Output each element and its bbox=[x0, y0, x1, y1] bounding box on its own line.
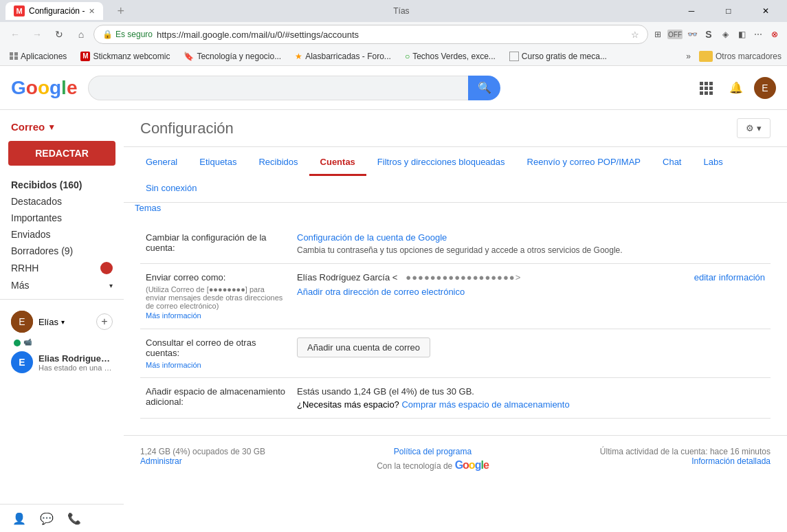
bookmark-curso-icon bbox=[509, 52, 519, 61]
avatar-photo: E bbox=[11, 311, 33, 333]
administrar-link[interactable]: Administrar bbox=[140, 456, 182, 466]
reload-btn[interactable]: ↻ bbox=[49, 25, 69, 44]
search-input[interactable] bbox=[88, 76, 467, 100]
close-tab-btn[interactable]: ✕ bbox=[89, 7, 95, 16]
toolbar-icon-2[interactable]: 👓 bbox=[685, 27, 699, 41]
add-account-btn[interactable]: + bbox=[96, 313, 113, 330]
add-email-link[interactable]: Añadir otra dirección de correo electrón… bbox=[297, 287, 765, 297]
enviados-label: Enviados bbox=[11, 229, 113, 240]
tab-cuentas[interactable]: Cuentas bbox=[309, 150, 366, 176]
policy-link[interactable]: Política del programa bbox=[394, 447, 472, 456]
add-account-mail-btn[interactable]: Añadir una cuenta de correo bbox=[297, 337, 430, 357]
new-tab[interactable]: + bbox=[109, 2, 133, 20]
title-bar-text: Tías bbox=[393, 6, 409, 16]
rrhh-label: RRHH bbox=[11, 263, 100, 274]
account-section: E Elías ▾ + bbox=[0, 305, 124, 338]
storage-footer-text: 1,24 GB (4%) ocupados de 30 GB bbox=[140, 447, 265, 456]
stickmanz-icon: M bbox=[80, 52, 90, 61]
search-icon: 🔍 bbox=[478, 81, 491, 94]
consultar-mas-info-link[interactable]: Más información bbox=[146, 361, 286, 369]
back-btn[interactable]: ← bbox=[5, 25, 25, 44]
correo-label: Correo bbox=[11, 121, 45, 133]
toolbar-icon-red[interactable]: ⊗ bbox=[768, 27, 782, 41]
bookmark-stickmanz[interactable]: M Stickmanz webcomic bbox=[76, 50, 174, 63]
chat-bubble-icon[interactable]: 💬 bbox=[38, 510, 55, 527]
home-btn[interactable]: ⌂ bbox=[71, 25, 91, 44]
close-btn[interactable]: ✕ bbox=[750, 2, 782, 20]
toolbar-icon-s[interactable]: S bbox=[702, 27, 716, 41]
online-status: 📹 bbox=[0, 338, 124, 346]
bookmark-curso[interactable]: Curso gratis de meca... bbox=[505, 50, 611, 63]
contact-elias[interactable]: E Elias Rodriguez Garc... Has estado en … bbox=[0, 347, 124, 377]
search-button[interactable]: 🔍 bbox=[468, 76, 501, 100]
sidebar-item-enviados[interactable]: Enviados bbox=[0, 226, 124, 243]
tab-general[interactable]: General bbox=[135, 150, 188, 176]
user-avatar[interactable]: E bbox=[754, 77, 776, 99]
tab-etiquetas[interactable]: Etiquetas bbox=[188, 150, 247, 176]
last-activity-text: Última actividad de la cuenta: hace 16 m… bbox=[600, 447, 771, 456]
sidebar-item-recibidos[interactable]: Recibidos (160) bbox=[0, 177, 124, 193]
sidebar-item-destacados[interactable]: Destacados bbox=[0, 193, 124, 210]
google-account-link[interactable]: Configuración de la cuenta de Google bbox=[297, 232, 447, 243]
bookmark-techos-label: Techos Verdes, exce... bbox=[412, 52, 496, 61]
contact-status: Has estado en una v... bbox=[38, 364, 113, 372]
tab-temas[interactable]: Temas bbox=[135, 196, 172, 222]
account-name-text: Elías bbox=[38, 317, 58, 327]
toolbar-icon-1[interactable]: OFF bbox=[667, 30, 683, 39]
sidebar-item-rrhh[interactable]: RRHH bbox=[0, 259, 124, 277]
bookmark-tech-icon: 🔖 bbox=[184, 52, 194, 61]
bookmark-tech[interactable]: 🔖 Tecnología y negocio... bbox=[179, 50, 285, 63]
people-icon[interactable]: 👤 bbox=[11, 510, 27, 527]
apps-grid-btn[interactable] bbox=[694, 76, 718, 100]
video-icon: 📹 bbox=[23, 338, 32, 346]
cambiar-cuenta-desc: Cambia tu contraseña y tus opciones de s… bbox=[297, 245, 765, 255]
phone-icon[interactable]: 📞 bbox=[66, 510, 82, 527]
toolbar-icon-more[interactable]: ⋯ bbox=[751, 27, 765, 41]
bookmarks-more-btn[interactable]: » Otros marcadores bbox=[686, 51, 782, 62]
account-name-btn[interactable]: Elías ▾ bbox=[38, 317, 65, 327]
tab-filtros[interactable]: Filtros y direcciones bloqueadas bbox=[366, 150, 516, 176]
address-url[interactable]: https://mail.google.com/mail/u/0/#settin… bbox=[157, 30, 627, 40]
extensions-icon[interactable]: ⊞ bbox=[651, 27, 665, 41]
bookmark-star-icon[interactable]: ☆ bbox=[631, 30, 639, 40]
google-logo[interactable]: Google bbox=[11, 77, 77, 99]
toolbar-icon-bookmark[interactable]: ◧ bbox=[735, 27, 749, 41]
footer: 1,24 GB (4%) ocupados de 30 GB Administr… bbox=[124, 435, 787, 483]
maximize-btn[interactable]: □ bbox=[713, 2, 744, 20]
bookmark-stickmanz-label: Stickmanz webcomic bbox=[93, 52, 170, 61]
sidebar-item-borradores[interactable]: Borradores (9) bbox=[0, 243, 124, 259]
bookmark-alas[interactable]: ★ Alasbarricadas - Foro... bbox=[291, 50, 395, 63]
tab-labs[interactable]: Labs bbox=[692, 150, 733, 176]
sidebar-item-mas[interactable]: Más ▾ bbox=[0, 277, 124, 293]
destacados-label: Destacados bbox=[11, 196, 113, 207]
config-header: Configuración ⚙ ▾ bbox=[124, 110, 787, 147]
minimize-btn[interactable]: ─ bbox=[676, 2, 707, 20]
active-tab[interactable]: M Configuración - ✕ bbox=[5, 2, 103, 20]
account-avatar[interactable]: E bbox=[11, 311, 33, 333]
detail-link[interactable]: Información detallada bbox=[691, 456, 771, 466]
bell-icon: 🔔 bbox=[729, 81, 743, 94]
notifications-btn[interactable]: 🔔 bbox=[724, 76, 749, 100]
tab-recibidos[interactable]: Recibidos bbox=[247, 150, 309, 176]
setting-row-storage: Añadir espacio de almacenamiento adicion… bbox=[140, 378, 771, 419]
edit-email-link[interactable]: editar información bbox=[694, 272, 765, 282]
toolbar-icon-layers[interactable]: ◈ bbox=[718, 27, 732, 41]
bookmark-techos[interactable]: ○ Techos Verdes, exce... bbox=[401, 50, 500, 63]
gear-button[interactable]: ⚙ ▾ bbox=[737, 118, 771, 138]
mas-chevron-icon: ▾ bbox=[109, 282, 113, 289]
enviar-mas-info-link[interactable]: Más información bbox=[146, 311, 201, 320]
sidebar-item-importantes[interactable]: Importantes bbox=[0, 210, 124, 226]
correo-dropdown[interactable]: Correo ▼ bbox=[0, 115, 124, 135]
apps-icon bbox=[10, 52, 18, 60]
bookmark-apps[interactable]: Aplicaciones bbox=[5, 50, 71, 63]
bookmarks-folder-icon bbox=[699, 51, 713, 62]
forward-btn[interactable]: → bbox=[27, 25, 47, 44]
tab-chat[interactable]: Chat bbox=[652, 150, 692, 176]
compose-button[interactable]: REDACTAR bbox=[8, 141, 115, 166]
tab-title: Configuración - bbox=[29, 6, 85, 16]
settings-tabs: General Etiquetas Recibidos Cuentas Filt… bbox=[124, 147, 787, 203]
contact-avatar-e: E bbox=[11, 351, 33, 373]
buy-storage-link[interactable]: Comprar más espacio de almacenamiento bbox=[401, 399, 569, 410]
new-tab-plus-icon: + bbox=[117, 4, 124, 19]
tab-reenvio[interactable]: Reenvío y correo POP/IMAP bbox=[516, 150, 652, 176]
